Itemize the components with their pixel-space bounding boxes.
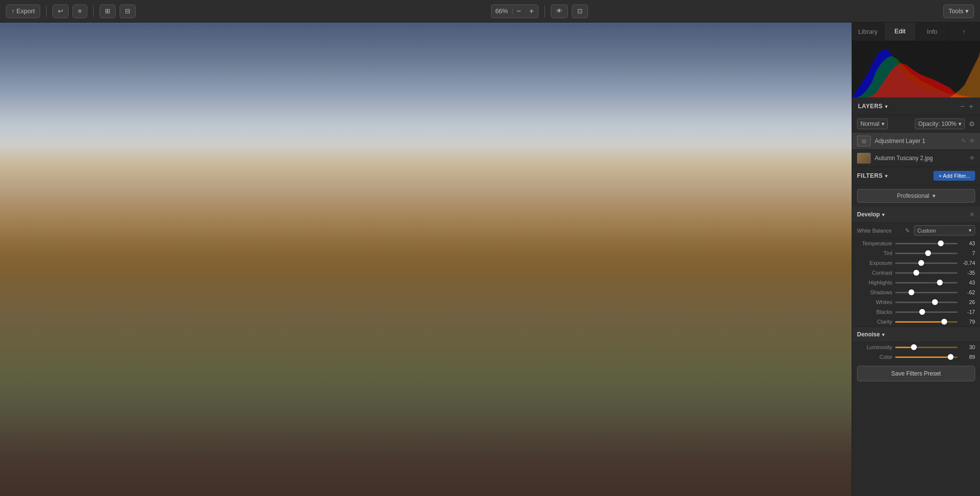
svg-marker-19 [378, 203, 398, 213]
tab-share[interactable]: ↑ [949, 23, 980, 41]
svg-point-2 [412, 23, 601, 34]
whites-thumb[interactable] [932, 299, 938, 305]
svg-point-1 [419, 23, 662, 27]
denoise-section-header[interactable]: Denoise [852, 327, 980, 342]
panel-scroll[interactable]: LAYERS − + Normal ▾ Opacity: 100% ▾ ⚙ [852, 97, 980, 496]
filters-section-header: FILTERS + Add Filter... [852, 167, 980, 185]
contrast-slider[interactable] [895, 272, 957, 274]
layer-visibility-icon[interactable]: 👁 [969, 138, 975, 144]
export-button[interactable]: ↑ Export [6, 4, 40, 18]
layers-gear-button[interactable]: ⚙ [969, 120, 975, 128]
develop-close-button[interactable]: ✕ [969, 211, 975, 218]
layers-title[interactable]: LAYERS [858, 103, 887, 110]
layers-toolbar: Normal ▾ Opacity: 100% ▾ ⚙ [852, 116, 980, 133]
exposure-slider-row: Exposure -0.74 [852, 258, 980, 268]
white-balance-picker-button[interactable]: ✎ [904, 226, 911, 235]
add-filter-button[interactable]: + Add Filter... [933, 171, 975, 181]
contrast-thumb[interactable] [913, 270, 919, 276]
highlights-fill [895, 282, 940, 283]
exposure-thumb[interactable] [918, 260, 924, 266]
tab-edit[interactable]: Edit [884, 23, 917, 41]
svg-rect-10 [189, 223, 195, 264]
white-balance-row: White Balance ✎ Custom ▾ [852, 223, 980, 238]
svg-point-4 [574, 23, 710, 41]
svg-point-13 [201, 195, 216, 238]
clarity-slider[interactable] [895, 321, 957, 323]
contrast-slider-row: Contrast -35 [852, 268, 980, 278]
preset-button[interactable]: Professional ▾ [857, 189, 975, 203]
luminosity-slider[interactable] [895, 347, 957, 348]
color-thumb[interactable] [948, 354, 954, 360]
shadows-slider-row: Shadows -62 [852, 287, 980, 297]
preset-chevron-icon: ▾ [932, 192, 935, 199]
svg-rect-16 [588, 263, 594, 311]
layer-name-image: Autumn Tuscany 2.jpg [875, 155, 965, 162]
svg-rect-0 [0, 23, 852, 257]
tint-thumb[interactable] [925, 250, 931, 256]
tab-library[interactable]: Library [852, 23, 884, 41]
tools-button[interactable]: Tools ▾ [943, 4, 974, 18]
shadows-slider[interactable] [895, 292, 957, 293]
layer-edit-icon[interactable]: ✎ [961, 138, 966, 144]
develop-title: Develop [857, 211, 884, 218]
clarity-thumb[interactable] [941, 319, 947, 325]
canvas-area[interactable] [0, 23, 852, 496]
zoom-decrease-button[interactable]: − [513, 4, 525, 18]
highlights-slider[interactable] [895, 282, 957, 283]
color-slider[interactable] [895, 356, 957, 358]
exposure-slider[interactable] [895, 262, 957, 264]
blacks-label: Blacks [857, 309, 892, 315]
tint-slider[interactable] [895, 253, 957, 254]
layout-button[interactable]: ⊞ [99, 4, 116, 18]
view-options-button[interactable]: ⊟ [120, 4, 136, 18]
luminosity-value: 30 [960, 344, 975, 350]
history-button[interactable]: ≡ [73, 4, 87, 18]
blend-mode-select[interactable]: Normal ▾ [857, 118, 888, 129]
toolbar: ↑ Export ↩ ≡ ⊞ ⊟ 66% − + 👁 ⊡ Tools ▾ [0, 0, 980, 23]
tint-label: Tint [857, 250, 892, 256]
shadows-value: -62 [960, 289, 975, 295]
whites-fill [895, 302, 935, 303]
blacks-slider[interactable] [895, 311, 957, 313]
develop-section-header[interactable]: Develop ✕ [852, 207, 980, 223]
temperature-slider[interactable] [895, 243, 957, 244]
temperature-slider-row: Temperature 43 [852, 238, 980, 248]
luminosity-label: Luminosity [857, 344, 892, 350]
history-icon: ≡ [78, 7, 82, 15]
blacks-fill [895, 311, 922, 313]
zoom-increase-button[interactable]: + [525, 4, 538, 18]
layer-item[interactable]: Autumn Tuscany 2.jpg 👁 [852, 150, 980, 167]
layers-add-button[interactable]: + [968, 101, 974, 111]
svg-rect-12 [206, 230, 212, 267]
blacks-thumb[interactable] [919, 309, 925, 315]
layers-section-actions: − + [959, 101, 974, 111]
layer-image-visibility-icon[interactable]: 👁 [969, 155, 975, 162]
white-balance-select[interactable]: Custom ▾ [914, 225, 975, 236]
filters-title[interactable]: FILTERS [857, 172, 887, 179]
svg-rect-9 [0, 230, 852, 496]
blend-mode-chevron-icon: ▾ [882, 120, 884, 127]
canvas-image [0, 23, 852, 496]
white-balance-label: White Balance [857, 228, 901, 234]
highlights-thumb[interactable] [937, 280, 943, 285]
view-button[interactable]: 👁 [551, 4, 568, 18]
tab-info[interactable]: Info [916, 23, 949, 41]
exposure-label: Exposure [857, 260, 892, 266]
undo-button[interactable]: ↩ [52, 4, 69, 18]
exposure-fill [895, 262, 921, 264]
temperature-thumb[interactable] [938, 240, 944, 246]
compare-button[interactable]: ⊡ [572, 4, 588, 18]
layer-item[interactable]: ⊡ Adjustment Layer 1 ✎ 👁 [852, 133, 980, 150]
layers-remove-button[interactable]: − [959, 101, 965, 111]
luminosity-thumb[interactable] [911, 344, 917, 350]
opacity-chevron-icon: ▾ [958, 120, 961, 127]
layer-actions-adjustment: ✎ 👁 [961, 138, 975, 144]
save-filters-preset-button[interactable]: Save Filters Preset [857, 366, 975, 381]
compare-icon: ⊡ [577, 7, 583, 15]
exposure-value: -0.74 [960, 260, 975, 266]
svg-point-7 [210, 23, 331, 44]
temperature-fill [895, 243, 941, 244]
shadows-thumb[interactable] [908, 289, 914, 295]
whites-slider[interactable] [895, 302, 957, 303]
opacity-select[interactable]: Opacity: 100% ▾ [915, 118, 965, 129]
